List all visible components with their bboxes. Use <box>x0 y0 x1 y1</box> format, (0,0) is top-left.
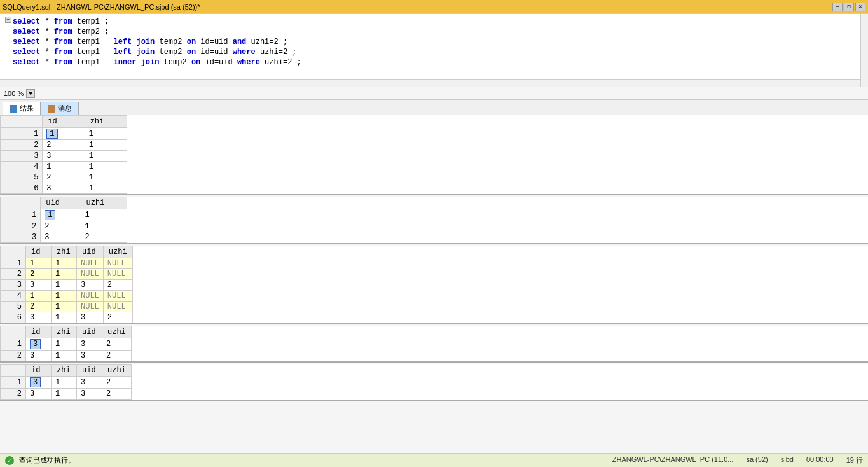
cell[interactable]: 2 <box>102 389 132 400</box>
cell[interactable]: NULL <box>77 291 104 302</box>
code-line-3[interactable]: select * from temp1 left join temp2 on i… <box>3 37 868 47</box>
table-row[interactable]: 6 3 1 3 2 <box>1 312 133 323</box>
code-line-1[interactable]: − select * from temp1 ; <box>3 17 868 27</box>
cell[interactable]: NULL <box>77 258 104 269</box>
cell[interactable]: 1 <box>41 209 81 221</box>
status-time: 00:00:00 <box>806 456 834 465</box>
cell[interactable]: 2 <box>26 269 52 280</box>
cell[interactable]: 1 <box>52 338 77 351</box>
col-uzhi-3: uzhi <box>103 246 132 258</box>
cell[interactable]: 3 <box>77 280 104 291</box>
table-row[interactable]: 1 1 1 <box>1 128 127 140</box>
restore-button[interactable]: ❐ <box>844 3 854 11</box>
cell[interactable]: 2 <box>102 377 132 389</box>
cell[interactable]: 3 <box>26 377 52 389</box>
tab-messages[interactable]: 消息 <box>41 102 79 115</box>
table-row[interactable]: 1 3 1 3 2 <box>1 338 132 351</box>
table-row[interactable]: 2 3 1 3 2 <box>1 351 132 361</box>
zoom-dropdown-btn[interactable]: ▼ <box>26 89 35 98</box>
cell[interactable]: NULL <box>103 258 132 269</box>
cell[interactable]: 3 <box>77 377 102 389</box>
cell[interactable]: 1 <box>52 312 77 323</box>
cell[interactable]: 3 <box>26 280 52 291</box>
cell[interactable]: 1 <box>52 280 77 291</box>
editor-horizontal-scrollbar[interactable] <box>0 79 860 87</box>
code-text-2: select * from temp2 ; <box>13 27 109 37</box>
cell[interactable]: 1 <box>85 183 127 194</box>
cell[interactable]: 2 <box>43 172 85 183</box>
minimize-button[interactable]: — <box>832 3 843 11</box>
code-line-5[interactable]: select * from temp1 inner join temp2 on … <box>3 57 868 67</box>
tab-results[interactable]: 结果 <box>3 102 41 115</box>
cell[interactable]: 1 <box>26 291 52 302</box>
table-row[interactable]: 6 3 1 <box>1 183 127 194</box>
code-line-4[interactable]: select * from temp1 left join temp2 on i… <box>3 47 868 57</box>
cell[interactable]: 1 <box>85 151 127 162</box>
editor-content[interactable]: − select * from temp1 ; select * from te… <box>0 14 868 70</box>
cell[interactable]: 2 <box>43 140 85 151</box>
cell[interactable]: 1 <box>85 172 127 183</box>
cell[interactable]: 2 <box>103 312 132 323</box>
collapse-btn-1[interactable]: − <box>5 17 11 23</box>
cell[interactable]: 3 <box>43 183 85 194</box>
cell[interactable]: NULL <box>103 302 132 312</box>
cell[interactable]: 1 <box>52 377 77 389</box>
code-line-2[interactable]: select * from temp2 ; <box>3 27 868 37</box>
cell[interactable]: 1 <box>85 128 127 140</box>
cell[interactable]: 1 <box>85 162 127 172</box>
row-num: 3 <box>1 232 41 243</box>
cell[interactable]: 3 <box>26 389 52 400</box>
table-row[interactable]: 4 1 1 <box>1 162 127 172</box>
cell[interactable]: 1 <box>52 258 77 269</box>
table-row[interactable]: 3 3 2 <box>1 232 127 243</box>
cell[interactable]: 1 <box>43 128 85 140</box>
cell[interactable]: NULL <box>103 291 132 302</box>
cell[interactable]: NULL <box>103 269 132 280</box>
status-database: sjbd <box>781 456 794 465</box>
table-row[interactable]: 1 1 1 <box>1 209 127 221</box>
cell[interactable]: 1 <box>52 302 77 312</box>
cell[interactable]: 3 <box>77 351 102 361</box>
table-row[interactable]: 2 3 1 3 2 <box>1 389 132 400</box>
table-row[interactable]: 1 1 1 NULL NULL <box>1 258 133 269</box>
cell[interactable]: 3 <box>26 351 52 361</box>
cell[interactable]: NULL <box>77 302 104 312</box>
cell[interactable]: 3 <box>77 312 104 323</box>
cell[interactable]: 3 <box>26 312 52 323</box>
cell[interactable]: 2 <box>81 232 127 243</box>
cell[interactable]: 3 <box>77 338 102 351</box>
close-button[interactable]: ✕ <box>855 3 865 11</box>
table-row[interactable]: 1 3 1 3 2 <box>1 377 132 389</box>
table-row[interactable]: 5 2 1 NULL NULL <box>1 302 133 312</box>
cell[interactable]: 3 <box>41 232 81 243</box>
cell[interactable]: 3 <box>43 151 85 162</box>
cell[interactable]: 2 <box>26 302 52 312</box>
cell[interactable]: 1 <box>26 258 52 269</box>
row-num: 1 <box>1 128 43 140</box>
table-row[interactable]: 5 2 1 <box>1 172 127 183</box>
cell[interactable]: 1 <box>52 389 77 400</box>
cell[interactable]: 2 <box>41 221 81 232</box>
cell[interactable]: 1 <box>81 221 127 232</box>
cell[interactable]: 2 <box>103 280 132 291</box>
cell[interactable]: 1 <box>85 140 127 151</box>
cell[interactable]: 2 <box>102 351 132 361</box>
table-row[interactable]: 2 2 1 <box>1 140 127 151</box>
cell[interactable]: 1 <box>81 209 127 221</box>
cell[interactable]: 2 <box>102 338 132 351</box>
status-user: sa (52) <box>746 456 768 465</box>
cell[interactable]: 1 <box>52 269 77 280</box>
cell[interactable]: 3 <box>77 389 102 400</box>
table-row[interactable]: 2 2 1 NULL NULL <box>1 269 133 280</box>
table-row[interactable]: 4 1 1 NULL NULL <box>1 291 133 302</box>
cell[interactable]: 1 <box>52 351 77 361</box>
table-row[interactable]: 3 3 1 <box>1 151 127 162</box>
cell[interactable]: 3 <box>26 338 52 351</box>
cell[interactable]: 1 <box>52 291 77 302</box>
table-row[interactable]: 2 2 1 <box>1 221 127 232</box>
editor-vertical-scrollbar[interactable] <box>860 14 868 87</box>
results-area[interactable]: id zhi 1 1 1 2 2 1 3 3 1 <box>0 115 868 453</box>
table-row[interactable]: 3 3 1 3 2 <box>1 280 133 291</box>
cell[interactable]: 1 <box>43 162 85 172</box>
cell[interactable]: NULL <box>77 269 104 280</box>
